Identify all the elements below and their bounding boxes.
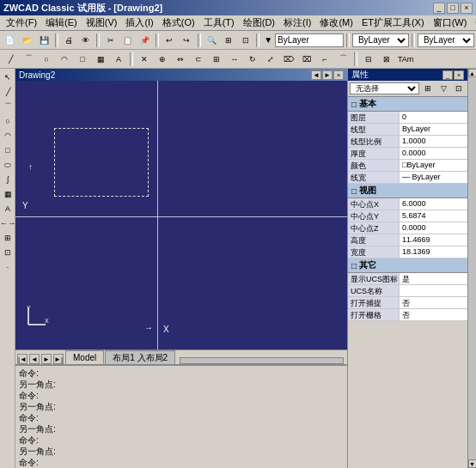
drawing-nav-next[interactable]: ►: [322, 70, 333, 80]
move-button[interactable]: ↔: [226, 52, 243, 67]
close-button[interactable]: ×: [461, 3, 473, 14]
zoom-window-button[interactable]: ⊞: [220, 33, 236, 48]
tab-nav-first[interactable]: |◄: [17, 354, 27, 364]
left-tool-palette: ↖ ╱ ⌒ ○ ◠ □ ⬭ ∫ ▦ A ←→ ⊞ ⊡ ·: [0, 69, 15, 468]
menu-dim[interactable]: 标注(I): [279, 15, 315, 30]
circle-button[interactable]: ○: [38, 52, 55, 67]
copy-button[interactable]: 📋: [119, 33, 136, 48]
menu-format[interactable]: 格式(O): [158, 15, 199, 30]
fillet-button[interactable]: ⌒: [334, 52, 351, 67]
menu-help[interactable]: 帮助(H): [471, 15, 476, 30]
mirror-button[interactable]: ⇔: [172, 52, 189, 67]
text-button[interactable]: A: [110, 52, 127, 67]
erase-button[interactable]: ✕: [136, 52, 153, 67]
rect-tool[interactable]: □: [1, 143, 15, 157]
separator-8: [130, 52, 133, 66]
drawing-canvas[interactable]: Y ↑ X → X Y: [15, 81, 347, 349]
prop-row-layer: 图层 0: [348, 112, 467, 124]
polyline-tool[interactable]: ⌒: [1, 100, 15, 113]
extend-button[interactable]: ⌧: [298, 52, 315, 67]
zoom-extents-button[interactable]: ⊡: [237, 33, 253, 48]
save-button[interactable]: 💾: [36, 33, 52, 48]
minimize-button[interactable]: _: [433, 3, 445, 14]
spline-tool[interactable]: ∫: [1, 173, 15, 186]
arc-button[interactable]: ◠: [56, 52, 73, 67]
maximize-button[interactable]: □: [447, 3, 459, 14]
tab-layout1[interactable]: 布局1 入布局2: [105, 350, 175, 364]
arc-tool[interactable]: ◠: [1, 129, 15, 143]
scroll-track[interactable]: [468, 77, 477, 459]
prop-section-other[interactable]: □ 其它: [348, 258, 467, 273]
color-dropdown[interactable]: ByLayer: [352, 33, 409, 47]
select-tool[interactable]: ↖: [1, 70, 15, 84]
linetype-dropdown[interactable]: ByLayer: [418, 33, 474, 47]
prop-quickselect-btn[interactable]: ⊡: [452, 82, 466, 94]
drawing-nav-prev[interactable]: ◄: [311, 70, 321, 80]
ellipse-tool[interactable]: ⬭: [1, 158, 15, 172]
redo-button[interactable]: ↪: [179, 33, 195, 48]
menu-draw[interactable]: 绘图(D): [239, 15, 279, 30]
scroll-up-btn[interactable]: ▲: [468, 69, 477, 77]
menu-tools[interactable]: 工具(T): [199, 15, 239, 30]
menu-et[interactable]: ET扩展工具(X): [357, 15, 429, 30]
paste-button[interactable]: 📌: [137, 33, 153, 48]
dim-tool[interactable]: ←→: [1, 216, 15, 230]
properties-controls: _ ×: [442, 70, 464, 80]
matchprop-button[interactable]: ⊠: [378, 52, 395, 67]
zoom-realtime-button[interactable]: 🔍: [204, 33, 220, 48]
crosshair-horizontal: [15, 216, 347, 217]
prop-row-lineweight: 线宽 — ByLayer: [348, 172, 467, 184]
copy-objects-button[interactable]: ⊕: [154, 52, 171, 67]
toolbar-standard: 📄 📂 💾 🖨 👁 ✂ 📋 📌 ↩ ↪ 🔍 ⊞ ⊡ ▼ ByLayer ByLa…: [0, 31, 476, 50]
prop-section-basic[interactable]: □ 基本: [348, 97, 467, 112]
circle-tool[interactable]: ○: [1, 114, 15, 128]
cut-button[interactable]: ✂: [102, 33, 119, 48]
undo-button[interactable]: ↩: [162, 33, 178, 48]
properties-object-select[interactable]: 无选择: [350, 82, 419, 94]
tab-scroll-bar[interactable]: [180, 357, 344, 364]
offset-button[interactable]: ⊂: [190, 52, 207, 67]
prop-filter-btn[interactable]: ▽: [436, 82, 450, 94]
layer-input[interactable]: [275, 33, 344, 47]
tab-model[interactable]: Model: [65, 350, 104, 364]
drawing-container: Drawing2 ◄ ► × Y ↑ X →: [15, 69, 347, 468]
print-button[interactable]: 🖨: [61, 33, 77, 48]
scale-button[interactable]: ⤢: [262, 52, 279, 67]
trim-button[interactable]: ⌦: [280, 52, 297, 67]
polyline-button[interactable]: ⌒: [20, 52, 37, 67]
chamfer-button[interactable]: ⌐: [316, 52, 333, 67]
preview-button[interactable]: 👁: [78, 33, 95, 48]
prop-section-view[interactable]: □ 视图: [348, 184, 467, 198]
prop-minimize-btn[interactable]: _: [442, 70, 453, 80]
menu-modify[interactable]: 修改(M): [315, 15, 357, 30]
properties-button[interactable]: ⊟: [360, 52, 377, 67]
line-button[interactable]: ╱: [2, 52, 19, 67]
rotate-button[interactable]: ↻: [244, 52, 261, 67]
tab-nav-prev[interactable]: ◄: [29, 354, 40, 364]
hatch-tool[interactable]: ▦: [1, 187, 15, 201]
menu-edit[interactable]: 编辑(E): [41, 15, 82, 30]
app-title: ZWCAD Classic 试用版 - [Drawing2]: [3, 2, 162, 15]
menu-window[interactable]: 窗口(W): [429, 15, 472, 30]
block-tool[interactable]: ⊞: [1, 231, 15, 245]
line-tool[interactable]: ╱: [1, 85, 15, 99]
main-layout: ↖ ╱ ⌒ ○ ◠ □ ⬭ ∫ ▦ A ←→ ⊞ ⊡ · Drawing2 ◄ …: [0, 69, 476, 468]
menu-insert[interactable]: 插入(I): [121, 15, 157, 30]
menu-view[interactable]: 视图(V): [82, 15, 122, 30]
hatch-button[interactable]: ▦: [92, 52, 109, 67]
text-tool[interactable]: A: [1, 202, 15, 216]
prop-row-cz: 中心点Z 0.0000: [348, 222, 467, 234]
tab-nav-last[interactable]: ►|: [53, 354, 64, 364]
new-button[interactable]: 📄: [2, 33, 18, 48]
array-button[interactable]: ⊞: [208, 52, 225, 67]
tab-nav-next[interactable]: ►: [41, 354, 52, 364]
point-tool[interactable]: ·: [1, 260, 15, 274]
open-button[interactable]: 📂: [19, 33, 35, 48]
rectangle-button[interactable]: □: [74, 52, 91, 67]
insert-tool[interactable]: ⊡: [1, 246, 15, 259]
prop-close-btn[interactable]: ×: [454, 70, 464, 80]
scroll-down-btn[interactable]: ▼: [468, 459, 477, 468]
prop-toggle-btn[interactable]: ⊞: [421, 82, 435, 94]
menu-file[interactable]: 文件(F): [2, 15, 41, 30]
drawing-close-btn[interactable]: ×: [333, 70, 344, 80]
